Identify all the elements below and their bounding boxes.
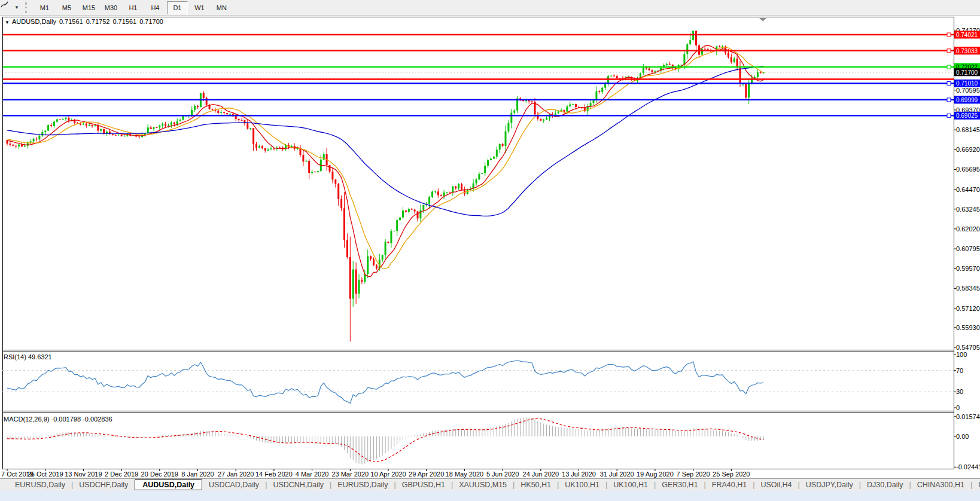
chart-tab-uk100-h1[interactable]: UK100,H1 — [608, 480, 653, 490]
squiggle — [1, 2, 8, 7]
candle-body — [731, 57, 732, 63]
timeframe-button-h1[interactable]: H1 — [123, 1, 144, 14]
candle-body — [593, 100, 595, 103]
tab-separator: | — [265, 481, 267, 489]
candle-body — [246, 123, 248, 129]
chart-tab-usdcad-daily[interactable]: USDCAD,Daily — [203, 480, 264, 490]
candle-body — [156, 127, 157, 128]
timeframe-button-m5[interactable]: M5 — [56, 1, 77, 14]
candle-body — [757, 72, 759, 77]
chart-tab-usdcnh-daily[interactable]: USDCNH,Daily — [267, 480, 329, 490]
candle-body — [89, 125, 90, 126]
horizontal-line-0.7101[interactable] — [2, 82, 954, 85]
candle-body — [97, 126, 99, 131]
timeframe-button-w1[interactable]: W1 — [189, 1, 210, 14]
chart-tab-usdchf-daily[interactable]: USDCHF,Daily — [74, 480, 133, 490]
horizontal-line-0.69025[interactable] — [2, 114, 954, 117]
candle-body — [704, 49, 706, 50]
price-axis-tick: 0.64470 — [956, 186, 980, 193]
line-end-marker — [947, 49, 951, 53]
horizontal-line-0.73033[interactable] — [2, 49, 954, 53]
chart-tab-audusd-daily[interactable]: AUDUSD,Daily — [135, 479, 202, 490]
candle-body — [405, 210, 407, 212]
candle-body — [171, 123, 172, 126]
chart-tab-bar: EURUSD,Daily|USDCHF,DailyAUDUSD,DailyUSD… — [0, 478, 980, 491]
chart-tab-ger30-h1[interactable]: GER30,H1 — [656, 480, 703, 490]
chart-tab-xauusd-m15[interactable]: XAUUSD,M15 — [454, 480, 512, 490]
draw-tool-glyph — [0, 0, 10, 10]
candle-body — [388, 242, 389, 243]
candle-body — [206, 98, 208, 105]
timeframe-button-m1[interactable]: M1 — [34, 1, 55, 14]
candle-body — [385, 242, 386, 255]
date-axis-label: 20 Dec 2019 — [141, 471, 178, 478]
candle-body — [481, 173, 483, 174]
tab-separator: | — [704, 481, 706, 489]
chart-tab-eurusd-daily[interactable]: EURUSD,Daily — [10, 480, 71, 490]
chart-tab-usoil-h[interactable]: USOil,H — [973, 480, 980, 490]
price-tag-text: 0.73033 — [956, 48, 978, 54]
chart-tab-gbpusd-h1[interactable]: GBPUSD,H1 — [397, 480, 451, 490]
timeframe-button-h4[interactable]: H4 — [145, 1, 166, 14]
candle-body — [411, 209, 413, 209]
toolbar-grip[interactable] — [25, 2, 29, 13]
chart-tab-uk100-h1[interactable]: UK100,H1 — [559, 480, 605, 490]
candle-body — [62, 119, 64, 120]
chart-canvas[interactable]: 0.742700.705950.693700.681450.669200.656… — [0, 16, 980, 478]
chart-tab-usoil-h4[interactable]: USOil,H4 — [755, 480, 797, 490]
chart-window: 0.742700.705950.693700.681450.669200.656… — [0, 16, 980, 478]
candle-body — [414, 210, 416, 212]
chart-tab-hk50-h1[interactable]: HK50,H1 — [515, 480, 556, 490]
candle-body — [223, 112, 225, 114]
price-axis-tick: 0.58345 — [956, 285, 980, 292]
candle-body — [649, 69, 650, 71]
timeframe-button-m30[interactable]: M30 — [101, 1, 121, 14]
candle-body — [419, 210, 421, 218]
tab-separator: | — [654, 481, 656, 489]
candle-body — [434, 191, 436, 192]
timeframe-button-mn[interactable]: MN — [211, 1, 232, 14]
candle-body — [50, 125, 52, 126]
candle-body — [505, 132, 507, 146]
candle-body — [252, 128, 254, 144]
candle-body — [490, 158, 492, 160]
dropdown-caret-icon[interactable]: ▼ — [14, 5, 19, 10]
chart-tab-usdjpy-daily[interactable]: USDJPY,Daily — [801, 480, 859, 490]
horizontal-line-0.74021[interactable] — [2, 33, 954, 36]
candle-body — [616, 76, 618, 78]
chart-tab-dj30-daily[interactable]: DJ30,Daily — [862, 480, 908, 490]
candle-body — [748, 83, 750, 97]
rsi-axis-tick: 100 — [956, 351, 967, 358]
timeframe-button-m15[interactable]: M15 — [78, 1, 99, 14]
date-axis-label: 5 Jun 2020 — [486, 471, 519, 478]
candle-body — [317, 171, 319, 172]
chart-tab-fra40-h1[interactable]: FRA40,H1 — [707, 480, 752, 490]
candle-body — [701, 49, 703, 55]
candle-body — [643, 68, 644, 73]
candle-body — [446, 193, 448, 193]
candle-body — [719, 47, 720, 48]
chart-tab-china300-h1[interactable]: CHINA300,H1 — [912, 480, 970, 490]
horizontal-line-0.69999[interactable] — [2, 98, 954, 102]
candle-body — [59, 120, 61, 120]
candle-body — [376, 265, 378, 269]
timeframe-toolbar: ▼ M1M5M15M30H1H4D1W1MN — [0, 0, 980, 16]
candle-body — [100, 129, 102, 131]
candle-body — [308, 161, 310, 173]
price-axis-tick: 0.68145 — [956, 126, 980, 133]
candle-body — [546, 118, 547, 120]
candles-series — [7, 30, 765, 341]
price-tag-text: 0.69999 — [956, 97, 978, 103]
candle-body — [431, 192, 433, 197]
candle-body — [695, 31, 697, 45]
ma-14-line — [7, 47, 763, 269]
timeframe-button-d1[interactable]: D1 — [167, 1, 188, 14]
rsi-line — [7, 360, 763, 403]
candle-body — [305, 161, 307, 161]
tab-separator: | — [513, 481, 515, 489]
date-axis-label: 24 Jun 2020 — [523, 471, 559, 478]
horizontal-line-0.72022[interactable] — [2, 65, 954, 69]
draw-tool-icon[interactable] — [3, 2, 14, 13]
chart-tab-eurusd-daily[interactable]: EURUSD,Daily — [332, 480, 393, 490]
date-axis-label: 27 Jan 2020 — [218, 471, 254, 478]
